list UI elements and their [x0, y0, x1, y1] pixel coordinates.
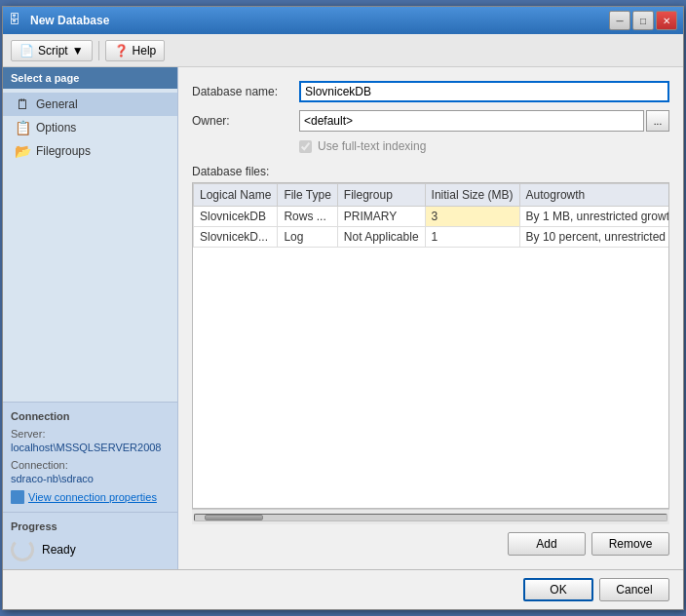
cell-initial-size-1: 1 [425, 227, 519, 248]
sidebar-item-general[interactable]: 🗒 General [3, 93, 177, 116]
connection-label: Connection: [11, 459, 170, 471]
help-label: Help [133, 44, 157, 58]
table-header-row: Logical Name File Type Filegroup Initial… [194, 184, 670, 207]
col-initial-size: Initial Size (MB) [425, 184, 519, 207]
server-value: localhost\MSSQLSERVER2008 [11, 442, 170, 453]
help-icon: ❓ [114, 44, 129, 58]
cell-autogrowth-1: By 10 percent, unrestricted growt [519, 227, 669, 248]
sidebar-item-options[interactable]: 📋 Options [3, 116, 177, 139]
cell-filegroup-1: Not Applicable [337, 227, 425, 248]
cell-logical-name-1: SlovnicekD... [194, 227, 278, 248]
table-row[interactable]: SlovnicekDB Rows ... PRIMARY 3 By 1 MB, … [194, 207, 670, 227]
help-button[interactable]: ❓ Help [105, 40, 166, 61]
connection-header: Connection [11, 410, 170, 422]
script-button[interactable]: 📄 Script ▼ [11, 40, 93, 61]
script-label: Script [38, 44, 68, 58]
progress-header: Progress [11, 520, 170, 532]
connection-value: sdraco-nb\sdraco [11, 473, 170, 484]
remove-button[interactable]: Remove [591, 532, 669, 556]
col-autogrowth: Autogrowth [519, 184, 669, 207]
cell-autogrowth-0: By 1 MB, unrestricted growth [519, 207, 669, 227]
col-filegroup: Filegroup [337, 184, 425, 207]
sidebar: Select a page 🗒 General 📋 Options 📂 File… [3, 67, 178, 569]
view-connection-link[interactable]: View connection properties [11, 490, 170, 504]
scrollbar-thumb[interactable] [205, 515, 263, 520]
progress-spinner [11, 538, 34, 561]
progress-content: Ready [11, 538, 170, 561]
col-logical-name: Logical Name [194, 184, 278, 207]
window-title: New Database [30, 14, 609, 27]
db-name-input[interactable] [299, 81, 669, 102]
ok-button[interactable]: OK [523, 578, 593, 601]
sidebar-item-filegroups-label: Filegroups [36, 144, 91, 158]
db-name-label: Database name: [192, 85, 299, 98]
minimize-button[interactable]: ─ [609, 11, 630, 30]
col-file-type: File Type [278, 184, 337, 207]
cell-filegroup-0: PRIMARY [337, 207, 425, 227]
db-name-row: Database name: [192, 81, 669, 102]
horizontal-scrollbar[interactable] [192, 509, 669, 524]
fulltext-checkbox[interactable] [299, 140, 312, 153]
progress-status: Ready [42, 543, 76, 557]
cell-initial-size-0[interactable]: 3 [425, 207, 519, 227]
cell-file-type-0: Rows ... [278, 207, 337, 227]
fulltext-label: Use full-text indexing [318, 139, 426, 153]
link-icon [11, 490, 24, 504]
filegroups-icon: 📂 [15, 143, 30, 159]
title-bar-buttons: ─ □ ✕ [609, 11, 677, 30]
main-panel: Database name: Owner: ... Use full-text … [178, 67, 683, 569]
script-icon: 📄 [19, 44, 34, 58]
toolbar: 📄 Script ▼ ❓ Help [3, 34, 683, 67]
db-files-table: Logical Name File Type Filegroup Initial… [193, 183, 669, 248]
table-row[interactable]: SlovnicekD... Log Not Applicable 1 By 10… [194, 227, 670, 248]
main-window: 🗄 New Database ─ □ ✕ 📄 Script ▼ ❓ Help S… [2, 6, 684, 610]
close-button[interactable]: ✕ [656, 11, 677, 30]
general-icon: 🗒 [15, 96, 30, 112]
sidebar-header: Select a page [3, 67, 177, 89]
cancel-button[interactable]: Cancel [599, 578, 669, 601]
owner-input[interactable] [299, 110, 644, 132]
title-bar: 🗄 New Database ─ □ ✕ [3, 7, 683, 34]
bottom-buttons: OK Cancel [3, 569, 683, 609]
options-icon: 📋 [15, 120, 30, 135]
fulltext-row: Use full-text indexing [192, 139, 669, 153]
toolbar-separator [98, 41, 99, 60]
add-button[interactable]: Add [508, 532, 586, 556]
script-dropdown-icon: ▼ [72, 44, 84, 58]
owner-browse-button[interactable]: ... [646, 110, 669, 132]
owner-row: Owner: ... [192, 110, 669, 132]
owner-label: Owner: [192, 114, 299, 128]
action-buttons: Add Remove [192, 532, 669, 556]
content-area: Select a page 🗒 General 📋 Options 📂 File… [3, 67, 683, 569]
owner-input-row: ... [299, 110, 669, 132]
sidebar-nav: 🗒 General 📋 Options 📂 Filegroups [3, 89, 177, 167]
server-label: Server: [11, 428, 170, 440]
sidebar-item-options-label: Options [36, 121, 76, 135]
sidebar-connection: Connection Server: localhost\MSSQLSERVER… [3, 402, 177, 512]
db-files-label: Database files: [192, 165, 669, 178]
scrollbar-track[interactable] [194, 514, 667, 521]
sidebar-spacer [3, 167, 177, 402]
sidebar-progress: Progress Ready [3, 512, 177, 569]
maximize-button[interactable]: □ [632, 11, 654, 30]
sidebar-item-general-label: General [36, 97, 78, 111]
cell-file-type-1: Log [278, 227, 337, 248]
cell-logical-name-0: SlovnicekDB [194, 207, 278, 227]
connection-link-text: View connection properties [28, 491, 157, 503]
db-files-table-container[interactable]: Logical Name File Type Filegroup Initial… [192, 182, 669, 509]
window-icon: 🗄 [9, 13, 24, 28]
sidebar-item-filegroups[interactable]: 📂 Filegroups [3, 139, 177, 163]
